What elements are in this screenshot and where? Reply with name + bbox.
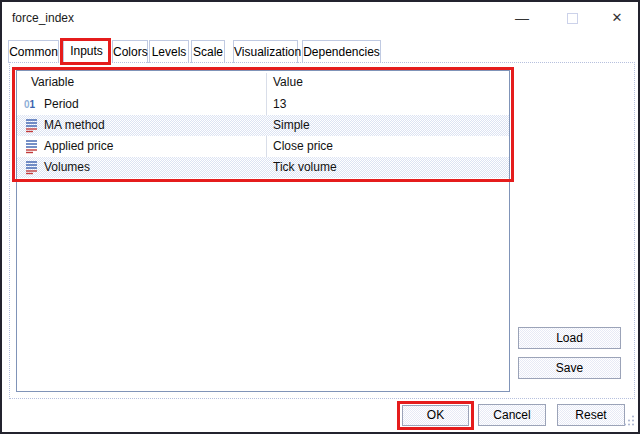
numeric-input-icon: 01	[24, 97, 39, 112]
title-bar: force_index — ✕	[2, 2, 638, 36]
reset-button[interactable]: Reset	[557, 404, 625, 426]
row-value[interactable]: Simple	[273, 115, 310, 136]
close-icon: ✕	[612, 10, 623, 25]
indicator-properties-dialog: force_index — ✕ Common Inputs Colors Lev…	[0, 0, 640, 434]
row-value[interactable]: Tick volume	[273, 157, 337, 178]
minimize-button[interactable]: —	[507, 6, 537, 30]
maximize-icon	[567, 13, 578, 24]
tab-visualization[interactable]: Visualization	[233, 40, 298, 63]
tab-dependencies[interactable]: Dependencies	[302, 40, 381, 63]
table-row-volumes[interactable]: Volumes Tick volume	[17, 157, 509, 178]
row-value[interactable]: Close price	[273, 136, 333, 157]
ok-button[interactable]: OK	[402, 405, 469, 426]
load-button[interactable]: Load	[518, 327, 621, 349]
window-title: force_index	[12, 11, 74, 25]
row-value[interactable]: 13	[273, 94, 286, 115]
tab-inputs[interactable]: Inputs	[63, 38, 110, 63]
row-variable-label: Volumes	[44, 157, 90, 178]
table-row-period[interactable]: 01 Period 13	[17, 94, 509, 115]
column-header-value: Value	[273, 71, 303, 94]
tab-levels[interactable]: Levels	[149, 40, 189, 63]
table-row-ma-method[interactable]: MA method Simple	[17, 115, 509, 136]
maximize-button-disabled	[557, 6, 587, 30]
tab-colors[interactable]: Colors	[112, 40, 148, 63]
save-button[interactable]: Save	[518, 357, 621, 379]
resize-grip-icon[interactable]	[624, 415, 635, 429]
tab-common[interactable]: Common	[8, 40, 59, 63]
row-variable-label: Period	[44, 94, 79, 115]
minimize-icon: —	[515, 10, 529, 26]
row-variable-label: MA method	[44, 115, 105, 136]
column-header-variable: Variable	[31, 71, 74, 94]
table-row-applied-price[interactable]: Applied price Close price	[17, 136, 509, 157]
row-variable-label: Applied price	[44, 136, 113, 157]
close-button[interactable]: ✕	[602, 6, 632, 30]
enum-list-icon	[24, 118, 39, 133]
enum-list-icon	[24, 139, 39, 154]
grid-header-row: Variable Value	[17, 71, 509, 94]
inputs-parameter-list[interactable]: Variable Value 01 Period 13 MA method Si…	[16, 70, 510, 392]
tab-scale[interactable]: Scale	[191, 40, 225, 63]
cancel-button[interactable]: Cancel	[478, 404, 546, 426]
enum-list-icon	[24, 160, 39, 175]
tab-bar: Common Inputs Colors Levels Scale Visual…	[2, 40, 638, 63]
